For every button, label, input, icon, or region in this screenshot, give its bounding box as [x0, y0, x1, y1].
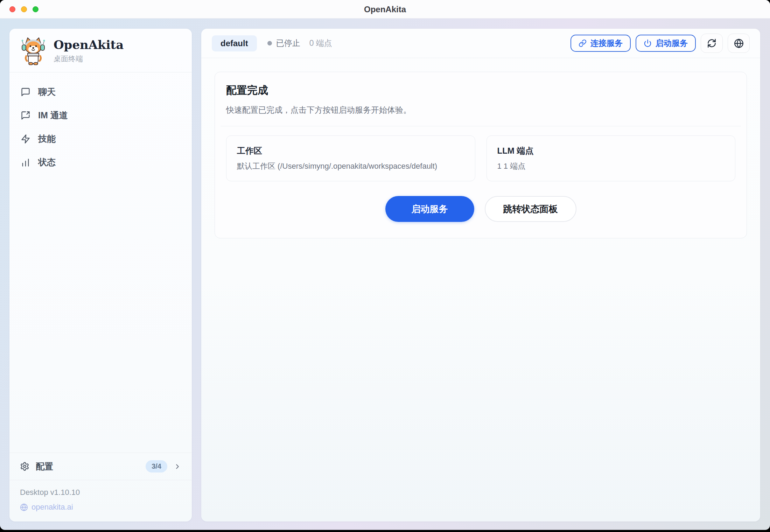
sidebar-nav: 聊天 IM 通道 技能	[9, 72, 192, 182]
connect-service-button[interactable]: 连接服务	[570, 35, 631, 52]
main-header: default 已停止 0 端点 连接服务	[201, 29, 760, 58]
card-subtitle: 快速配置已完成，点击下方按钮启动服务开始体验。	[226, 105, 735, 115]
connect-service-label: 连接服务	[590, 38, 623, 49]
main-body: 配置完成 快速配置已完成，点击下方按钮启动服务开始体验。 工作区 默认工作区 (…	[201, 58, 760, 252]
sidebar-item-status[interactable]: 状态	[15, 150, 186, 174]
app-version: Desktop v1.10.10	[20, 488, 181, 497]
card-actions: 启动服务 跳转状态面板	[215, 181, 747, 238]
llm-tile-desc: 1 1 端点	[497, 161, 725, 172]
chat-bubble-icon	[21, 87, 30, 97]
goto-status-panel-button[interactable]: 跳转状态面板	[485, 196, 576, 222]
sidebar-item-label: 技能	[38, 133, 56, 145]
workspace-tile-desc: 默认工作区 (/Users/simyng/.openakita/workspac…	[237, 161, 464, 172]
card-header: 配置完成 快速配置已完成，点击下方按钮启动服务开始体验。	[215, 72, 747, 126]
workspace-tile: 工作区 默认工作区 (/Users/simyng/.openakita/work…	[226, 135, 475, 181]
config-label: 配置	[36, 461, 53, 472]
sidebar-item-im-channels[interactable]: IM 通道	[15, 104, 186, 127]
message-share-icon	[21, 111, 30, 120]
gear-icon	[20, 462, 29, 471]
titlebar: OpenAkita	[0, 0, 770, 19]
app-window: OpenAkita	[0, 0, 770, 530]
globe-icon	[734, 38, 744, 48]
globe-icon	[20, 503, 28, 511]
refresh-button[interactable]	[701, 34, 723, 53]
brand-name: OpenAkita	[54, 38, 124, 52]
main-panel: default 已停止 0 端点 连接服务	[201, 29, 760, 522]
sidebar: OpenAkita 桌面终端 聊天	[9, 29, 192, 522]
summary-tiles: 工作区 默认工作区 (/Users/simyng/.openakita/work…	[215, 126, 747, 181]
setup-complete-card: 配置完成 快速配置已完成，点击下方按钮启动服务开始体验。 工作区 默认工作区 (…	[215, 72, 747, 238]
start-service-label: 启动服务	[656, 38, 688, 49]
header-actions: 连接服务 启动服务	[570, 34, 750, 53]
sidebar-item-label: 聊天	[38, 86, 56, 98]
sidebar-item-label: 状态	[38, 156, 56, 168]
start-service-header-button[interactable]: 启动服务	[636, 35, 696, 52]
config-progress-badge: 3/4	[146, 460, 167, 472]
llm-tile-title: LLM 端点	[497, 145, 725, 156]
service-status: 已停止	[267, 38, 300, 49]
llm-endpoints-tile: LLM 端点 1 1 端点	[486, 135, 736, 181]
sidebar-item-chat[interactable]: 聊天	[15, 80, 186, 104]
language-globe-button[interactable]	[728, 34, 750, 53]
chevron-right-icon	[174, 463, 181, 470]
bar-chart-icon	[21, 158, 30, 167]
lightning-icon	[21, 134, 30, 144]
workspace-badge: default	[212, 35, 257, 51]
window-title: OpenAkita	[0, 0, 770, 19]
brand-subtitle: 桌面终端	[54, 54, 124, 64]
sidebar-spacer	[9, 182, 192, 453]
status-dot-icon	[267, 41, 272, 46]
sidebar-item-skills[interactable]: 技能	[15, 127, 186, 150]
sidebar-item-label: IM 通道	[38, 110, 68, 121]
endpoints-count: 0 端点	[309, 38, 332, 49]
power-icon	[644, 39, 652, 47]
sidebar-brand: OpenAkita 桌面终端	[9, 29, 192, 72]
sidebar-footer: Desktop v1.10.10 openakita.ai	[9, 480, 192, 522]
sidebar-item-config[interactable]: 配置 3/4	[9, 453, 192, 480]
openakita-mascot-logo	[20, 36, 47, 65]
refresh-icon	[707, 38, 716, 48]
website-link[interactable]: openakita.ai	[20, 503, 181, 512]
link-icon	[579, 39, 587, 47]
card-title: 配置完成	[226, 83, 735, 98]
website-link-label: openakita.ai	[31, 503, 73, 512]
start-service-primary-button[interactable]: 启动服务	[385, 196, 474, 222]
status-label: 已停止	[276, 38, 300, 49]
brand-text: OpenAkita 桌面终端	[54, 38, 124, 64]
workspace-tile-title: 工作区	[237, 145, 464, 156]
